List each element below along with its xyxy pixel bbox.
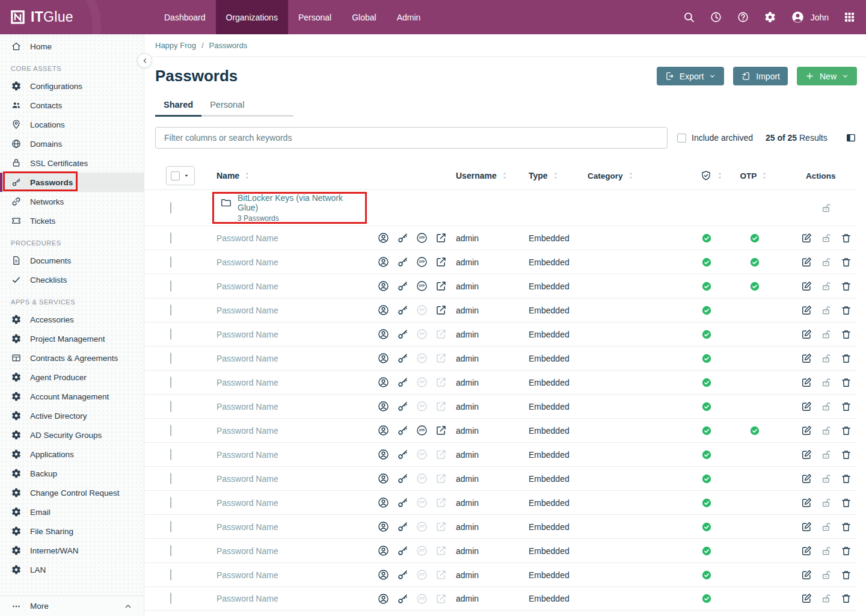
copy-password-icon[interactable] <box>396 544 409 557</box>
sidebar-item-ad-security-groups[interactable]: AD Security Groups <box>0 425 144 445</box>
password-name-link[interactable]: Password Name <box>216 450 278 460</box>
new-button[interactable]: New <box>797 67 857 85</box>
edit-icon[interactable] <box>800 232 812 244</box>
row-checkbox[interactable] <box>170 256 171 268</box>
unlock-icon[interactable] <box>820 521 832 533</box>
password-name-link[interactable]: Password Name <box>216 282 278 291</box>
copy-password-icon[interactable] <box>396 256 409 268</box>
copy-password-icon[interactable] <box>396 568 409 581</box>
launch-icon[interactable] <box>435 304 447 316</box>
unlock-icon[interactable] <box>820 593 832 605</box>
edit-icon[interactable] <box>800 401 812 413</box>
unlock-icon[interactable] <box>820 256 832 268</box>
search-icon[interactable] <box>683 11 695 23</box>
delete-icon[interactable] <box>840 545 852 557</box>
history-icon[interactable] <box>710 11 722 23</box>
delete-icon[interactable] <box>840 569 852 581</box>
copy-username-icon[interactable] <box>377 352 390 365</box>
password-name-link[interactable]: Password Name <box>216 546 278 556</box>
password-name-link[interactable]: Password Name <box>216 498 278 508</box>
row-checkbox[interactable] <box>170 473 171 484</box>
sidebar-item-project-management[interactable]: Project Management <box>0 329 144 348</box>
column-header-type[interactable]: Type <box>522 171 582 180</box>
edit-icon[interactable] <box>800 593 812 605</box>
password-name-link[interactable]: Password Name <box>216 402 278 411</box>
sidebar-item-change-control-request[interactable]: Change Control Request <box>0 483 144 502</box>
row-checkbox[interactable] <box>170 425 171 436</box>
edit-icon[interactable] <box>800 304 812 316</box>
sidebar-item-documents[interactable]: Documents <box>0 251 144 270</box>
launch-icon[interactable] <box>435 424 447 437</box>
copy-username-icon[interactable] <box>377 280 390 292</box>
delete-icon[interactable] <box>840 473 852 485</box>
row-checkbox[interactable] <box>170 521 171 532</box>
edit-icon[interactable] <box>800 521 812 533</box>
itglue-logo[interactable]: ITGlue <box>0 0 144 34</box>
app-grid-icon[interactable] <box>843 11 856 23</box>
copy-username-icon[interactable] <box>377 304 390 316</box>
sidebar-item-more[interactable]: More <box>0 596 144 616</box>
unlock-icon[interactable] <box>820 569 832 581</box>
column-header-security[interactable] <box>689 170 725 182</box>
row-checkbox[interactable] <box>170 232 171 244</box>
edit-icon[interactable] <box>800 377 812 389</box>
export-button[interactable]: Export <box>657 67 724 85</box>
unlock-icon[interactable] <box>820 545 832 557</box>
copy-username-icon[interactable] <box>377 544 390 557</box>
delete-icon[interactable] <box>840 449 852 461</box>
otp-icon[interactable] <box>416 400 428 413</box>
delete-icon[interactable] <box>840 593 852 605</box>
otp-icon[interactable] <box>416 376 428 389</box>
sidebar-item-internet-wan[interactable]: Internet/WAN <box>0 541 144 560</box>
password-name-link[interactable]: Password Name <box>216 570 278 580</box>
password-name-link[interactable]: Password Name <box>216 233 278 243</box>
column-header-username[interactable]: Username <box>450 171 522 180</box>
delete-icon[interactable] <box>840 425 852 437</box>
launch-icon[interactable] <box>435 568 447 581</box>
row-checkbox[interactable] <box>170 401 171 412</box>
copy-password-icon[interactable] <box>396 593 409 605</box>
copy-username-icon[interactable] <box>377 568 390 581</box>
copy-password-icon[interactable] <box>396 376 409 389</box>
edit-icon[interactable] <box>800 449 812 461</box>
edit-icon[interactable] <box>800 328 812 340</box>
sidebar-item-contacts[interactable]: Contacts <box>0 96 144 115</box>
unlock-icon[interactable] <box>820 425 832 437</box>
password-name-link[interactable]: Password Name <box>216 594 278 603</box>
sidebar-item-domains[interactable]: Domains <box>0 134 144 153</box>
copy-username-icon[interactable] <box>377 593 390 605</box>
otp-icon[interactable] <box>416 304 428 316</box>
select-all-control[interactable] <box>166 166 195 185</box>
copy-password-icon[interactable] <box>396 304 409 316</box>
nav-item-dashboard[interactable]: Dashboard <box>154 0 216 34</box>
launch-icon[interactable] <box>435 280 447 292</box>
row-checkbox[interactable] <box>170 449 171 460</box>
otp-icon[interactable] <box>416 593 428 605</box>
copy-username-icon[interactable] <box>377 256 390 268</box>
sidebar-item-active-directory[interactable]: Active Directory <box>0 406 144 425</box>
sidebar-item-email[interactable]: Email <box>0 502 144 522</box>
edit-icon[interactable] <box>800 497 812 509</box>
copy-password-icon[interactable] <box>396 328 409 340</box>
otp-icon[interactable] <box>416 280 428 292</box>
otp-icon[interactable] <box>416 448 428 461</box>
delete-icon[interactable] <box>840 521 852 533</box>
password-name-link[interactable]: Password Name <box>216 306 278 315</box>
launch-icon[interactable] <box>435 593 447 605</box>
nav-item-admin[interactable]: Admin <box>387 0 431 34</box>
column-header-otp[interactable]: OTP <box>725 171 785 180</box>
edit-icon[interactable] <box>800 569 812 581</box>
launch-icon[interactable] <box>435 472 447 485</box>
copy-username-icon[interactable] <box>377 448 390 461</box>
sort-icon[interactable] <box>715 171 725 180</box>
breadcrumb-page[interactable]: Passwords <box>209 41 248 50</box>
row-checkbox[interactable] <box>170 353 171 364</box>
password-name-link[interactable]: Password Name <box>216 354 278 363</box>
edit-icon[interactable] <box>800 256 812 268</box>
password-name-link[interactable]: Password Name <box>216 330 278 339</box>
unlock-icon[interactable] <box>820 401 832 413</box>
sidebar-item-locations[interactable]: Locations <box>0 115 144 134</box>
copy-password-icon[interactable] <box>396 496 409 509</box>
unlock-icon[interactable] <box>820 304 832 316</box>
nav-item-global[interactable]: Global <box>342 0 386 34</box>
